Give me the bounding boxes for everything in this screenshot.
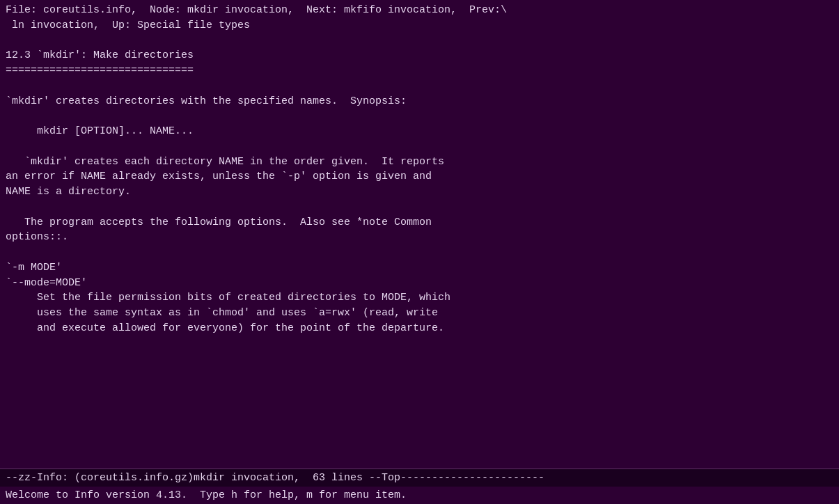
terminal-line: The program accepts the following option… — [6, 215, 833, 230]
terminal-line: uses the same syntax as in `chmod' and u… — [6, 306, 833, 321]
welcome-bar: Welcome to Info version 4.13. Type h for… — [0, 487, 839, 504]
terminal-line: ============================== — [6, 63, 833, 79]
terminal-line — [6, 200, 833, 215]
terminal-line — [6, 245, 833, 260]
terminal-line: an error if NAME already exists, unless … — [6, 169, 833, 184]
content-area: File: coreutils.info, Node: mkdir invoca… — [0, 0, 839, 468]
terminal-line: Set the file permission bits of created … — [6, 290, 833, 306]
terminal-line: `--mode=MODE' — [6, 276, 833, 291]
terminal-line — [6, 109, 833, 124]
terminal-line: File: coreutils.info, Node: mkdir invoca… — [6, 3, 833, 18]
terminal-line: `mkdir' creates directories with the spe… — [6, 94, 833, 109]
terminal-line — [6, 139, 833, 155]
terminal-line: ln invocation, Up: Special file types — [6, 18, 833, 33]
terminal-line: mkdir [OPTION]... NAME... — [6, 124, 833, 139]
terminal-line — [6, 79, 833, 94]
status-bar: --zz-Info: (coreutils.info.gz)mkdir invo… — [0, 468, 839, 487]
terminal-line: and execute allowed for everyone) for th… — [6, 321, 833, 336]
terminal-line: `mkdir' creates each directory NAME in t… — [6, 155, 833, 170]
terminal-line: NAME is a directory. — [6, 184, 833, 200]
terminal-window[interactable]: File: coreutils.info, Node: mkdir invoca… — [0, 0, 839, 504]
terminal-line — [6, 33, 833, 49]
terminal-line: `-m MODE' — [6, 260, 833, 276]
terminal-line: options::. — [6, 230, 833, 245]
terminal-line: 12.3 `mkdir': Make directories — [6, 48, 833, 63]
